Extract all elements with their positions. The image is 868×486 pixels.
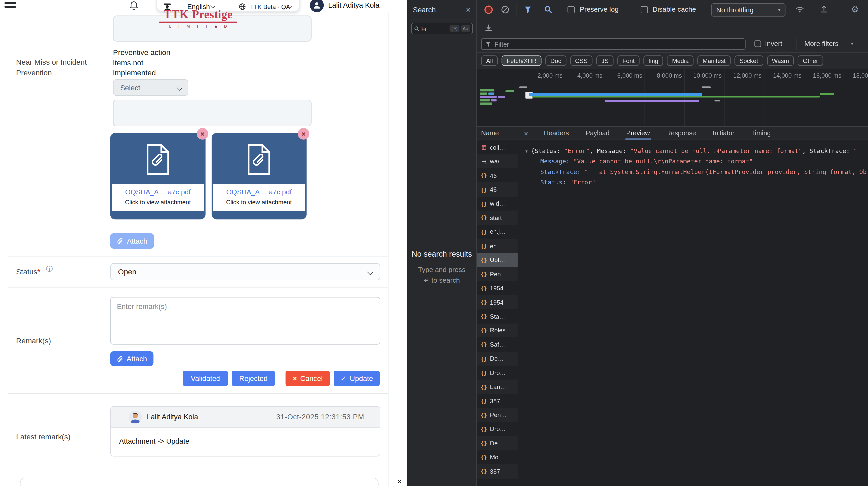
close-icon[interactable]: ×: [466, 5, 471, 14]
detail-tab[interactable]: Headers: [538, 127, 574, 140]
network-request-row[interactable]: {} Dro…: [477, 366, 518, 380]
filter-chip[interactable]: Other: [798, 55, 824, 66]
request-name: 46: [490, 172, 518, 179]
more-filters-button[interactable]: More filters: [804, 40, 839, 48]
attachment-card[interactable]: OQSHA_A ... a7c.pdf Click to view attach…: [110, 133, 206, 219]
filter-chip[interactable]: Fetch/XHR: [502, 55, 541, 66]
x-icon: ×: [293, 374, 297, 383]
throttling-select[interactable]: No throttling ▾: [711, 3, 786, 17]
paperclip-icon: [117, 355, 123, 362]
detail-tab[interactable]: Payload: [581, 127, 615, 140]
filter-icon: [486, 41, 491, 47]
network-request-row[interactable]: {} 1954: [477, 281, 518, 295]
request-type-icon: {}: [480, 384, 487, 390]
preventive-select[interactable]: Select: [113, 79, 188, 96]
network-request-row[interactable]: {} 46: [477, 168, 518, 182]
rejected-button[interactable]: Rejected: [232, 371, 275, 386]
filter-chip[interactable]: JS: [596, 55, 613, 66]
network-request-row[interactable]: {} Pen…: [477, 267, 518, 281]
network-request-row[interactable]: {} De…: [477, 352, 518, 366]
name-column-header[interactable]: Name: [477, 127, 518, 140]
request-name: 1954: [490, 285, 518, 291]
attachment-card[interactable]: OQSHA_A ... a7c.pdf Click to view attach…: [212, 133, 307, 219]
request-type-icon: {}: [480, 215, 487, 221]
network-request-row[interactable]: {} Dro…: [477, 422, 518, 436]
filter-chip[interactable]: Wasm: [767, 55, 794, 66]
record-button[interactable]: [484, 6, 493, 14]
preventive-textarea[interactable]: [113, 100, 312, 126]
search-icon[interactable]: [544, 6, 553, 14]
network-request-row[interactable]: {} Sta…: [477, 309, 518, 323]
network-request-row[interactable]: {} Saf…: [477, 337, 518, 351]
network-request-row[interactable]: {} 1954: [477, 295, 518, 309]
json-preview-line[interactable]: ▾{Status: "Error", Message: "Value canno…: [525, 146, 868, 156]
network-request-row[interactable]: {} en.j…: [477, 225, 518, 239]
network-request-row[interactable]: {} en_…: [477, 239, 518, 253]
network-request-row[interactable]: {} wid…: [477, 197, 518, 211]
detail-tab[interactable]: Response: [661, 127, 701, 140]
request-name: Pen…: [490, 271, 518, 277]
remarks-textarea[interactable]: [110, 297, 380, 345]
network-request-row[interactable]: ▦ coll…: [477, 140, 518, 154]
close-detail-icon[interactable]: ×: [524, 129, 528, 137]
search-input[interactable]: Fi (.*) Aa: [411, 23, 473, 34]
match-case-toggle[interactable]: Aa: [461, 25, 470, 32]
regex-toggle[interactable]: (.*): [450, 25, 459, 32]
detail-tab[interactable]: Initiator: [708, 127, 739, 140]
network-request-row[interactable]: {} Roles: [477, 323, 518, 337]
close-icon[interactable]: ×: [397, 476, 402, 486]
chevron-down-icon: ▾: [848, 41, 854, 47]
filter-chip[interactable]: Media: [667, 55, 694, 66]
preview-pane[interactable]: ▾{Status: "Error", Message: "Value canno…: [518, 140, 868, 486]
network-conditions-icon[interactable]: [796, 5, 804, 14]
filter-chip[interactable]: All: [481, 55, 498, 66]
filter-chip[interactable]: Socket: [735, 55, 763, 66]
waterfall-bar: [529, 93, 703, 96]
request-type-icon: {}: [480, 229, 487, 235]
filter-chip[interactable]: Img: [643, 55, 663, 66]
disable-cache-checkbox[interactable]: [641, 6, 648, 13]
network-filter-input[interactable]: Filter: [481, 38, 745, 50]
filter-toggle-icon[interactable]: [524, 6, 532, 13]
cancel-button[interactable]: × Cancel: [286, 371, 330, 386]
caret-down-icon[interactable]: ▾: [525, 148, 528, 154]
remove-attachment-button[interactable]: ×: [196, 128, 208, 140]
detail-tab[interactable]: Preview: [621, 127, 655, 140]
filter-chip[interactable]: Font: [617, 55, 640, 66]
user-avatar[interactable]: [310, 0, 324, 12]
network-request-row[interactable]: {} Upl…: [477, 253, 518, 267]
network-request-row[interactable]: {} Pen…: [477, 408, 518, 422]
remove-attachment-button[interactable]: ×: [298, 128, 309, 140]
hamburger-menu-icon[interactable]: [4, 0, 16, 10]
clear-icon[interactable]: [501, 6, 509, 14]
network-request-row[interactable]: {} 387: [477, 464, 518, 478]
network-request-row[interactable]: {} start: [477, 211, 518, 225]
info-icon[interactable]: ⓘ: [46, 264, 53, 274]
environment-selector[interactable]: TTK Beta - QA: [250, 3, 290, 10]
export-har-icon[interactable]: [484, 23, 493, 32]
validated-button[interactable]: Validated: [183, 371, 228, 386]
network-request-row[interactable]: {} Mo…: [477, 450, 518, 464]
filter-chip[interactable]: Manifest: [698, 55, 731, 66]
detail-tab[interactable]: Timing: [746, 127, 776, 140]
notifications-bell-icon[interactable]: [129, 0, 138, 11]
attach-button[interactable]: Attach: [110, 351, 154, 366]
waterfall-bar: [480, 93, 487, 95]
network-request-row[interactable]: {} De…: [477, 436, 518, 450]
status-select[interactable]: Open: [110, 263, 380, 280]
import-har-icon[interactable]: [820, 5, 828, 13]
json-token: "Error": [569, 179, 595, 186]
network-request-row[interactable]: {} 46: [477, 182, 518, 196]
waterfall-bar: [480, 99, 490, 101]
update-button[interactable]: ✓ Update: [334, 371, 380, 386]
filter-chip[interactable]: Doc: [545, 55, 566, 66]
network-request-row[interactable]: {} Lan…: [477, 380, 518, 394]
settings-gear-icon[interactable]: ⚙: [851, 5, 859, 14]
attach-button-disabled[interactable]: Attach: [110, 233, 154, 249]
network-overview[interactable]: 2,000 ms 4,000 ms 6,000 ms 8,000 ms 10,0…: [477, 69, 868, 127]
network-request-row[interactable]: ▤ wa/…: [477, 154, 518, 168]
filter-chip[interactable]: CSS: [570, 55, 593, 66]
network-request-row[interactable]: {} 387: [477, 394, 518, 408]
invert-checkbox[interactable]: [754, 40, 761, 47]
preserve-log-checkbox[interactable]: [567, 6, 575, 13]
